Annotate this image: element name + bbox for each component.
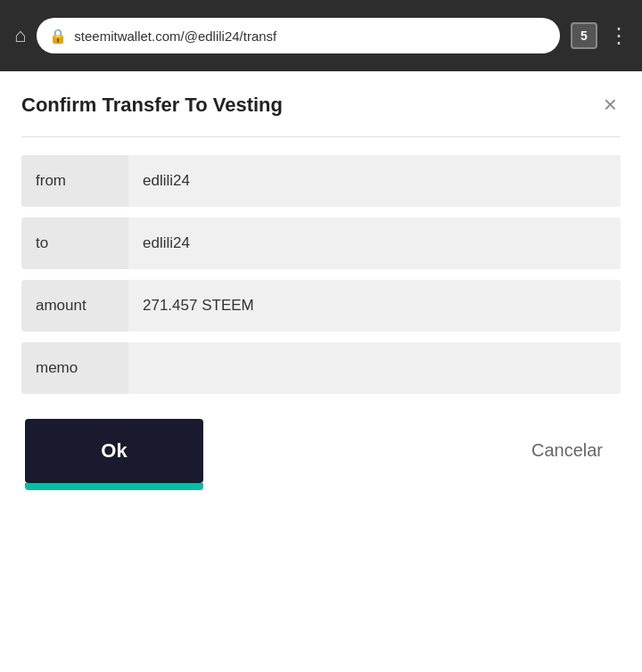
- dialog-header: Confirm Transfer To Vesting ×: [21, 93, 621, 119]
- tab-count-badge[interactable]: 5: [571, 22, 597, 49]
- ok-button[interactable]: Ok: [25, 419, 203, 483]
- lock-icon: 🔒: [49, 28, 67, 45]
- amount-label: amount: [21, 280, 128, 332]
- from-value: edlili24: [128, 155, 621, 207]
- amount-value: 271.457 STEEM: [128, 280, 621, 332]
- amount-row: amount 271.457 STEEM: [21, 280, 621, 332]
- browser-chrome: ⌂ 🔒 steemitwallet.com/@edlili24/transf 5…: [0, 0, 642, 71]
- dialog-title: Confirm Transfer To Vesting: [21, 93, 283, 119]
- to-label: to: [21, 217, 128, 269]
- cancel-button[interactable]: Cancelar: [517, 433, 617, 468]
- memo-value: [128, 342, 621, 394]
- home-icon[interactable]: ⌂: [14, 24, 26, 47]
- close-button[interactable]: ×: [600, 93, 621, 116]
- divider: [21, 136, 621, 137]
- to-value: edlili24: [128, 217, 621, 269]
- from-label: from: [21, 155, 128, 207]
- url-bar[interactable]: 🔒 steemitwallet.com/@edlili24/transf: [37, 18, 560, 53]
- browser-menu-icon[interactable]: ⋮: [608, 23, 628, 48]
- memo-label: memo: [21, 342, 128, 394]
- to-row: to edlili24: [21, 217, 621, 269]
- from-row: from edlili24: [21, 155, 621, 207]
- url-text: steemitwallet.com/@edlili24/transf: [74, 29, 276, 44]
- button-row: Ok Cancelar: [21, 419, 621, 483]
- confirm-transfer-dialog: Confirm Transfer To Vesting × from edlil…: [0, 71, 642, 512]
- memo-row: memo: [21, 342, 621, 394]
